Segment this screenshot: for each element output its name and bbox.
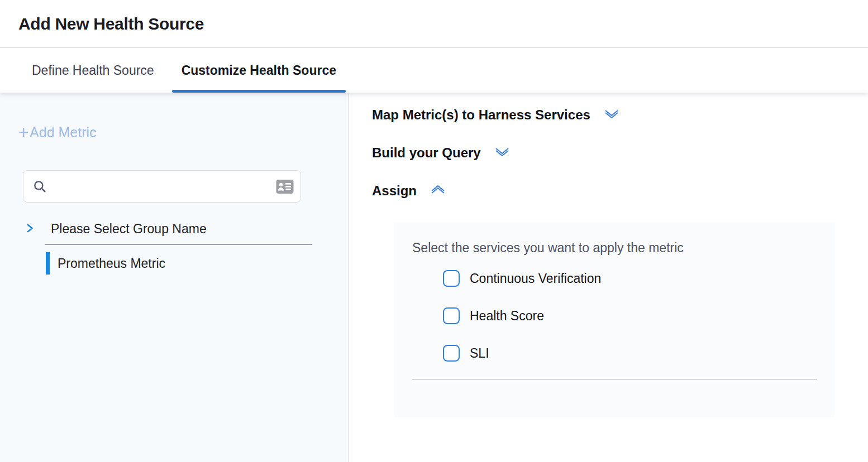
service-checkbox-list: Continuous Verification Health Score SLI bbox=[443, 270, 834, 362]
tab-customize-health-source[interactable]: Customize Health Source bbox=[172, 48, 346, 93]
checkbox-row-continuous-verification[interactable]: Continuous Verification bbox=[443, 270, 834, 287]
selected-indicator-bar bbox=[46, 252, 50, 275]
content-area: + Add Metric bbox=[0, 93, 868, 462]
plus-icon: + bbox=[18, 124, 28, 141]
search-icon bbox=[32, 179, 47, 196]
metric-search bbox=[23, 170, 301, 203]
customize-panel: Map Metric(s) to Harness Services Build … bbox=[349, 93, 868, 462]
chevron-down-icon bbox=[494, 146, 510, 160]
checkbox-sli[interactable] bbox=[443, 345, 460, 362]
tab-bar: Define Health Source Customize Health So… bbox=[0, 48, 868, 93]
page-title: Add New Health Source bbox=[18, 15, 204, 33]
tab-label: Define Health Source bbox=[32, 63, 154, 78]
metric-item-prometheus-metric[interactable]: Prometheus Metric bbox=[0, 252, 348, 275]
tab-label: Customize Health Source bbox=[182, 63, 336, 78]
section-label: Assign bbox=[372, 183, 417, 199]
assign-panel: Select the services you want to apply th… bbox=[394, 223, 834, 417]
checkbox-row-sli[interactable]: SLI bbox=[443, 345, 834, 362]
metrics-sidebar: + Add Metric bbox=[0, 93, 349, 462]
metric-item-label: Prometheus Metric bbox=[58, 256, 165, 271]
section-map-metrics-to-harness-services[interactable]: Map Metric(s) to Harness Services bbox=[372, 107, 868, 123]
add-metric-label: Add Metric bbox=[30, 124, 96, 141]
checkbox-continuous-verification[interactable] bbox=[443, 270, 460, 287]
group-name-label: Please Select Group Name bbox=[51, 222, 207, 237]
group-row-please-select-group-name[interactable]: Please Select Group Name bbox=[0, 222, 348, 237]
section-assign[interactable]: Assign bbox=[372, 182, 868, 199]
add-metric-button[interactable]: + Add Metric bbox=[18, 124, 97, 141]
search-input[interactable] bbox=[23, 170, 301, 203]
chevron-up-icon bbox=[430, 184, 446, 198]
checkbox-label: Continuous Verification bbox=[470, 271, 601, 286]
section-build-your-query[interactable]: Build your Query bbox=[372, 145, 868, 161]
section-label: Build your Query bbox=[372, 145, 481, 161]
tab-define-health-source[interactable]: Define Health Source bbox=[32, 48, 154, 93]
section-label: Map Metric(s) to Harness Services bbox=[372, 107, 590, 123]
dialog-header: Add New Health Source bbox=[0, 0, 868, 48]
contact-card-icon bbox=[276, 179, 294, 196]
checkbox-health-score[interactable] bbox=[443, 307, 460, 324]
chevron-down-icon bbox=[604, 108, 619, 122]
assign-panel-heading: Select the services you want to apply th… bbox=[394, 223, 834, 256]
checkbox-row-health-score[interactable]: Health Score bbox=[443, 307, 834, 324]
checkbox-label: SLI bbox=[470, 346, 489, 361]
group-divider bbox=[45, 244, 312, 245]
checkbox-label: Health Score bbox=[470, 309, 544, 324]
panel-divider bbox=[412, 379, 817, 380]
chevron-right-icon bbox=[24, 222, 35, 237]
